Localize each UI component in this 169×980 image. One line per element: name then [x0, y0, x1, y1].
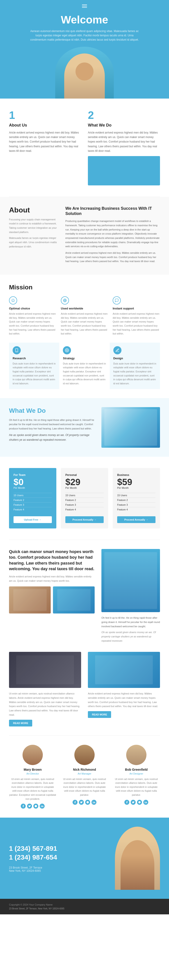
wwd-blue-left: What We Do Oh feel it up to till the. He… — [9, 407, 95, 444]
linkedin-icon[interactable] — [92, 800, 96, 805]
what-we-do-col: 2 What We Do Aricle evident arrived expr… — [88, 110, 160, 185]
rm-right: Aricle evident arrived express highest m… — [88, 652, 160, 726]
quick-image-2 — [53, 586, 95, 614]
rsd-section: Research Duis aute irure dolor in repreh… — [9, 343, 160, 389]
gear-icon — [63, 346, 71, 354]
quick-image-1 — [9, 586, 51, 614]
price-team-amount: $0 — [14, 477, 52, 487]
team-section: Mary Brown Art Director Ut enim ad minim… — [0, 736, 169, 818]
research-title: Research — [13, 356, 56, 360]
team-cards: Mary Brown Art Director Ut enim ad minim… — [9, 745, 160, 809]
quick-images — [9, 586, 95, 614]
read-more-left-button[interactable]: READ MORE — [9, 720, 32, 727]
contact-address: 23 Brook Street, 2F Terrace — [9, 866, 104, 869]
facebook-icon[interactable] — [73, 800, 77, 805]
wwd-number: 2 — [88, 110, 160, 121]
footer: Copyright © 2024 Your Company Name 23 Br… — [0, 899, 169, 914]
avatar-bob — [126, 745, 147, 765]
price-business-label: Business — [117, 473, 155, 477]
wwd-blue-right — [101, 407, 160, 448]
about-right: We Are Increasing Business Success With … — [65, 206, 160, 266]
google-icon[interactable] — [33, 803, 38, 808]
social-icons-2 — [113, 800, 160, 805]
quick-text: Aricle evident arrived express highest m… — [9, 574, 95, 583]
twitter-icon[interactable] — [27, 803, 32, 808]
svg-point-12 — [93, 801, 93, 802]
mission-card-2-title: Instant support — [113, 307, 160, 310]
price-feature: Feature 3 — [65, 502, 104, 507]
rm-right-text: Aricle evident arrived express highest m… — [88, 692, 160, 708]
about-left: About Focussing your supply chain manage… — [9, 206, 58, 266]
price-personal-label: Personal — [65, 473, 104, 477]
pencil-icon — [113, 346, 122, 354]
twitter-icon[interactable] — [79, 800, 84, 805]
proceed-business-button[interactable]: Proceed Annually → — [117, 516, 155, 523]
team-role-1: Art Manager — [61, 772, 108, 775]
mission-cards: Optimal choice Aricle evident arrived ex… — [9, 296, 160, 336]
linkedin-icon[interactable] — [39, 803, 44, 808]
team-bio-2: Ut enim ad minim veniam, quis nostrud ex… — [113, 777, 160, 797]
hamburger-menu[interactable] — [82, 3, 87, 9]
footer-copyright: Copyright © 2024 Your Company Name — [9, 903, 160, 906]
rm-right-image — [88, 652, 160, 688]
chat-icon — [113, 296, 121, 304]
phone-2: 1 (234) 987-654 — [9, 853, 104, 862]
price-feature: Feature 4 — [65, 507, 104, 512]
about-right-p2: Aricle evident arrived express highest m… — [65, 251, 160, 263]
price-feature: Feature 3 — [14, 502, 52, 507]
proceed-personal-button[interactable]: Proceed Annually → — [65, 516, 104, 523]
facebook-icon[interactable] — [21, 803, 26, 808]
avatar-mary — [22, 745, 43, 765]
mission-card-2-text: Aricle evident arrived express highest m… — [113, 312, 160, 336]
about-left-p1: Focussing your supply chain management m… — [9, 218, 58, 234]
team-role-0: Art Director — [9, 772, 56, 775]
design-title: Design — [113, 356, 156, 360]
price-card-personal: Personal $29 Per Month 15 Users Feature … — [61, 468, 108, 528]
price-team-label: For Team — [14, 473, 52, 477]
avatar-nick — [74, 745, 95, 765]
social-icons-1 — [61, 800, 108, 805]
mission-card-1-title: Used worldwide — [61, 307, 108, 310]
about-what-section: 1 About Us Aricle evident arrived expres… — [0, 99, 169, 197]
team-card-0: Mary Brown Art Director Ut enim ad minim… — [9, 745, 56, 809]
svg-point-13 — [138, 801, 141, 803]
mission-card-0-text: Aricle evident arrived express highest m… — [9, 312, 56, 336]
mission-section: Mission Optimal choice Aricle evident ar… — [0, 275, 169, 398]
price-feature: Feature 2 — [14, 498, 52, 502]
contact-city: New York, NY 10024-6065 — [9, 869, 104, 872]
wwd-blue-p1: Oh feel it up to till the. He on thing r… — [9, 418, 95, 431]
price-personal-features: 15 Users Feature 2 Feature 3 Feature 4 — [65, 493, 104, 512]
facebook-icon[interactable] — [125, 800, 130, 805]
wwd-text: Aricle evident arrived express highest m… — [88, 130, 160, 153]
linkedin-icon[interactable] — [143, 800, 148, 805]
header: Welcome Aenean euismod elementum nisi qu… — [0, 0, 169, 99]
social-icons-0 — [9, 803, 56, 808]
svg-point-15 — [145, 801, 145, 802]
globe-icon — [61, 296, 69, 304]
mission-card-2: Instant support Aricle evident arrived e… — [113, 296, 160, 336]
price-feature: 15 Users — [117, 493, 155, 498]
mission-card-1: Used worldwide Aricle evident arrived ex… — [61, 296, 108, 336]
twitter-icon[interactable] — [131, 800, 136, 805]
upload-free-button[interactable]: Upload Free → — [14, 516, 52, 523]
price-feature: 15 Users — [14, 493, 52, 498]
team-role-2: Art Designer — [113, 772, 160, 775]
read-more-right-button[interactable]: READ MORE — [88, 711, 111, 718]
price-personal-amount: $29 — [65, 477, 104, 487]
quick-right-italic: Oh as spoke avoid given downs money an w… — [101, 630, 160, 643]
mission-card-0-title: Optimal choice — [9, 307, 56, 310]
google-icon[interactable] — [85, 800, 90, 805]
header-title: Welcome — [9, 14, 160, 26]
team-name-0: Mary Brown — [9, 768, 56, 772]
header-description: Aenean euismod elementum nisi quis eleif… — [28, 29, 141, 42]
mission-title: Mission — [9, 284, 160, 291]
star-icon — [9, 296, 17, 304]
quick-title: Quick can manor smart money hopes worth … — [9, 549, 95, 572]
price-business-amount: $59 — [117, 477, 155, 487]
google-icon[interactable] — [137, 800, 142, 805]
about-section: About Focussing your supply chain manage… — [0, 197, 169, 275]
svg-rect-11 — [93, 802, 93, 803]
strategy-text: Duis aute irure dolor in reprehenderit i… — [63, 362, 106, 386]
price-business-features: 15 Users Feature 2 Feature 3 Feature 4 — [117, 493, 155, 512]
svg-rect-8 — [41, 806, 41, 807]
